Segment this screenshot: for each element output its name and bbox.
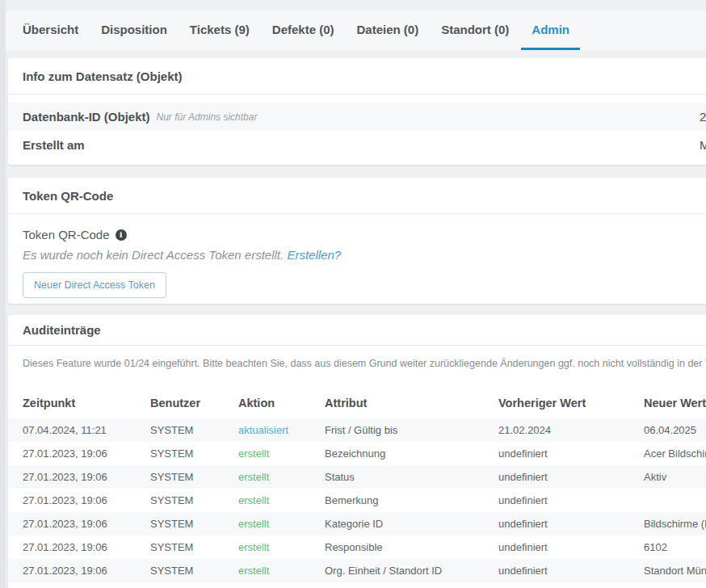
cell-aktion: aktualisiert bbox=[238, 424, 325, 436]
cell-zeitpunkt: 27.01.2023, 19:06 bbox=[23, 518, 150, 530]
table-row: 27.01.2023, 19:06 SYSTEM erstellt Katego… bbox=[8, 512, 706, 536]
cell-aktion: erstellt bbox=[238, 565, 325, 577]
cell-neuer-wert: 6102 bbox=[644, 541, 706, 553]
cell-vorheriger-wert: undefiniert bbox=[498, 565, 644, 577]
cell-benutzer: SYSTEM bbox=[150, 471, 238, 483]
cell-vorheriger-wert: undefiniert bbox=[498, 518, 644, 530]
cell-attribut: Status bbox=[325, 471, 498, 483]
cell-aktion: erstellt bbox=[238, 518, 325, 530]
col-aktion: Aktion bbox=[238, 397, 325, 410]
token-qr-code-card: Token QR-Code Token QR-Code i Es wurde n… bbox=[8, 178, 706, 304]
table-row: 27.01.2023, 19:06 SYSTEM erstellt Status… bbox=[8, 465, 706, 489]
cell-zeitpunkt: 27.01.2023, 19:06 bbox=[23, 494, 150, 506]
create-token-link[interactable]: Erstellen? bbox=[287, 248, 341, 262]
cell-neuer-wert: Standort Münch bbox=[644, 565, 706, 577]
cell-aktion: erstellt bbox=[238, 541, 325, 553]
cell-benutzer: SYSTEM bbox=[150, 541, 238, 553]
col-neuer-wert: Neuer Wert bbox=[644, 397, 706, 410]
info-row-datenbank-id: Datenbank-ID (Objekt) Nur für Admins sic… bbox=[8, 103, 706, 131]
col-zeitpunkt: Zeitpunkt bbox=[23, 397, 150, 410]
tab-disposition[interactable]: Disposition bbox=[90, 11, 178, 50]
new-direct-access-token-button[interactable]: Neuer Direct Access Token bbox=[23, 272, 166, 298]
cell-aktion: erstellt bbox=[238, 471, 325, 483]
info-icon[interactable]: i bbox=[116, 229, 127, 241]
erstellt-am-value: M bbox=[700, 138, 706, 152]
cell-vorheriger-wert: undefiniert bbox=[498, 541, 644, 553]
tab-admin[interactable]: Admin bbox=[521, 11, 580, 50]
tab-defekte[interactable]: Defekte (0) bbox=[262, 11, 345, 50]
token-field-label: Token QR-Code bbox=[23, 228, 110, 242]
cell-neuer-wert: Bildschirme (ID bbox=[644, 518, 706, 530]
tab-tickets[interactable]: Tickets (9) bbox=[179, 11, 260, 50]
cell-attribut: Frist / Gültig bis bbox=[325, 424, 498, 436]
tab-dateien[interactable]: Dateien (0) bbox=[347, 11, 430, 50]
token-card-body: Token QR-Code i Es wurde noch kein Direc… bbox=[8, 214, 706, 298]
col-vorheriger-wert: Vorheriger Wert bbox=[498, 397, 644, 410]
cell-zeitpunkt: 07.04.2024, 11:21 bbox=[23, 424, 150, 436]
cell-zeitpunkt: 27.01.2023, 19:06 bbox=[23, 565, 150, 577]
table-row: 27.01.2023, 19:06 SYSTEM erstellt Respon… bbox=[8, 536, 706, 559]
cell-benutzer: SYSTEM bbox=[150, 494, 238, 506]
table-row: 27.01.2023, 19:06 SYSTEM erstellt Bezeic… bbox=[8, 442, 706, 465]
cell-aktion: erstellt bbox=[238, 447, 325, 460]
info-row-erstellt-am: Erstellt am M bbox=[8, 131, 706, 159]
col-benutzer: Benutzer bbox=[150, 397, 238, 410]
cell-attribut: Kategorie ID bbox=[325, 518, 498, 530]
detail-tab-bar: Übersicht Disposition Tickets (9) Defekt… bbox=[6, 11, 706, 50]
cell-benutzer: SYSTEM bbox=[150, 518, 238, 530]
cell-neuer-wert: Acer Bildschirm bbox=[644, 447, 706, 460]
cell-attribut: Bezeichnung bbox=[325, 447, 498, 460]
cell-zeitpunkt: 27.01.2023, 19:06 bbox=[23, 471, 150, 483]
cell-neuer-wert: 06.04.2025 bbox=[644, 424, 706, 436]
table-row: 27.01.2023, 19:06 SYSTEM erstellt Bemerk… bbox=[8, 489, 706, 512]
auditeintraege-card: Auditeinträge Dieses Feature wurde 01/24… bbox=[8, 315, 706, 588]
info-card-title: Info zum Datensatz (Objekt) bbox=[8, 58, 706, 94]
audit-table: Zeitpunkt Benutzer Aktion Attribut Vorhe… bbox=[8, 387, 706, 582]
audit-feature-notice: Dieses Feature wurde 01/24 eingeführt. B… bbox=[8, 346, 706, 369]
cell-benutzer: SYSTEM bbox=[150, 424, 238, 436]
table-row: 07.04.2024, 11:21 SYSTEM aktualisiert Fr… bbox=[8, 418, 706, 442]
cell-attribut: Responsible bbox=[325, 541, 498, 553]
erstellt-am-label: Erstellt am bbox=[23, 138, 85, 152]
token-empty-message: Es wurde noch kein Direct Access Token e… bbox=[23, 248, 284, 262]
cell-vorheriger-wert: undefiniert bbox=[498, 471, 644, 483]
cell-aktion: erstellt bbox=[238, 494, 325, 506]
cell-benutzer: SYSTEM bbox=[150, 447, 238, 460]
tab-uebersicht[interactable]: Übersicht bbox=[12, 11, 89, 50]
cell-zeitpunkt: 27.01.2023, 19:06 bbox=[23, 447, 150, 460]
audit-card-title: Auditeinträge bbox=[8, 315, 706, 346]
cell-vorheriger-wert: undefiniert bbox=[498, 494, 644, 506]
cell-benutzer: SYSTEM bbox=[150, 565, 238, 577]
cell-vorheriger-wert: undefiniert bbox=[498, 447, 644, 460]
col-attribut: Attribut bbox=[325, 397, 498, 410]
info-zum-datensatz-card: Info zum Datensatz (Objekt) Datenbank-ID… bbox=[8, 58, 706, 165]
cell-zeitpunkt: 27.01.2023, 19:06 bbox=[23, 541, 150, 553]
info-rows: Datenbank-ID (Objekt) Nur für Admins sic… bbox=[8, 103, 706, 159]
datenbank-id-value: 2 bbox=[700, 110, 706, 124]
audit-table-header: Zeitpunkt Benutzer Aktion Attribut Vorhe… bbox=[8, 387, 706, 418]
cell-vorheriger-wert: 21.02.2024 bbox=[498, 424, 644, 436]
datenbank-id-label: Datenbank-ID (Objekt) bbox=[23, 110, 150, 124]
cell-neuer-wert: Aktiv bbox=[644, 471, 706, 483]
table-row: 27.01.2023, 19:06 SYSTEM erstellt Org. E… bbox=[8, 559, 706, 582]
cell-attribut: Bemerkung bbox=[325, 494, 498, 506]
tab-standort[interactable]: Standort (0) bbox=[431, 11, 519, 50]
cell-attribut: Org. Einheit / Standort ID bbox=[325, 565, 498, 577]
token-card-title: Token QR-Code bbox=[8, 178, 706, 214]
admins-only-note: Nur für Admins sichtbar bbox=[157, 111, 258, 123]
page-left-gutter bbox=[0, 0, 6, 588]
